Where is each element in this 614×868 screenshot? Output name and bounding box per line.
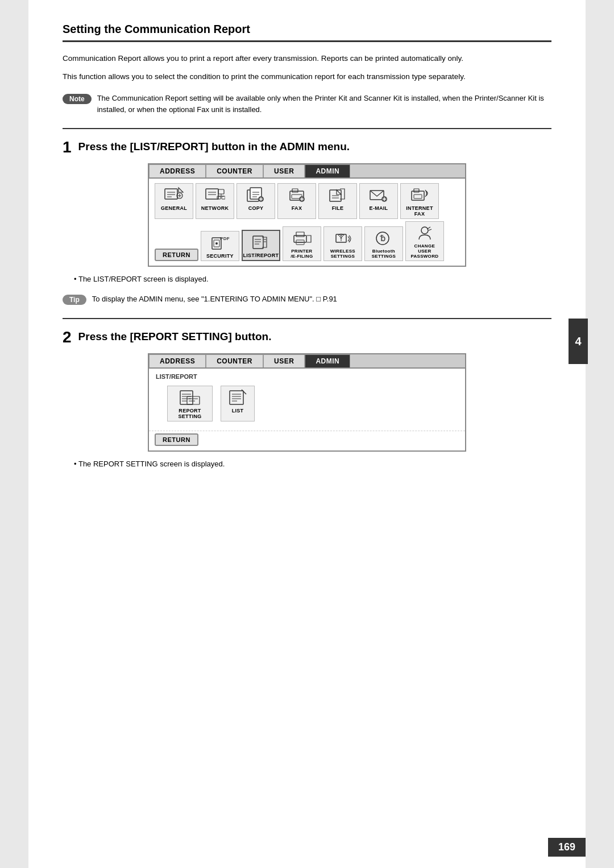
- svg-rect-7: [206, 189, 218, 199]
- list-report-icon: [250, 233, 272, 251]
- email-icon: [368, 186, 389, 204]
- report-setting-icon: [179, 388, 201, 407]
- page-number: 169: [548, 838, 586, 857]
- svg-point-59: [421, 227, 428, 234]
- screen2-sublabel: LIST/REPORT: [156, 373, 458, 380]
- return-btn-1[interactable]: RETURN: [155, 249, 198, 261]
- bluetooth-label: BluetoothSETTINGS: [372, 249, 396, 259]
- icon-list-report[interactable]: LIST/REPORT: [242, 230, 280, 261]
- icon-file[interactable]: FILE: [318, 183, 357, 219]
- screen1-mockup: ADDRESS COUNTER USER ADMIN: [148, 163, 466, 267]
- tip-text: To display the ADMIN menu, see "1.ENTERI…: [92, 294, 337, 305]
- file-label: FILE: [332, 205, 344, 211]
- svg-rect-51: [296, 232, 304, 237]
- copy-icon: [245, 186, 267, 204]
- svg-rect-44: [253, 236, 263, 249]
- icon-network[interactable]: NETWORK: [196, 183, 234, 219]
- tab2-counter[interactable]: COUNTER: [206, 354, 263, 367]
- network-icon: [204, 186, 226, 204]
- svg-point-55: [340, 237, 342, 239]
- svg-rect-67: [187, 396, 200, 404]
- svg-point-43: [215, 242, 218, 245]
- icon-report-setting[interactable]: REPORT SETTING: [167, 386, 213, 421]
- general-label: GENERAL: [161, 205, 187, 211]
- screen2-bottom: RETURN: [149, 431, 465, 450]
- list-icon: [227, 388, 248, 407]
- page-container: Setting the Communication Report Communi…: [28, 0, 586, 868]
- icon-email[interactable]: E-MAIL: [359, 183, 398, 219]
- screen2-icons: REPORT SETTING LIST: [156, 383, 458, 427]
- screen2-content: LIST/REPORT: [149, 369, 465, 431]
- tab2-admin[interactable]: ADMIN: [305, 354, 350, 367]
- icon-security[interactable]: PDF SECURITY: [201, 231, 239, 261]
- svg-rect-39: [414, 195, 422, 199]
- tab-address[interactable]: ADDRESS: [149, 164, 206, 177]
- list-label: LIST: [232, 408, 244, 414]
- security-icon: PDF: [209, 234, 231, 252]
- copy-label: COPY: [248, 205, 264, 211]
- step2-heading: 2 Press the [REPORT SETTING] button.: [63, 329, 551, 345]
- screen1-tabs: ADDRESS COUNTER USER ADMIN: [149, 164, 465, 179]
- tab2-address[interactable]: ADDRESS: [149, 354, 206, 367]
- svg-marker-30: [337, 190, 341, 195]
- intro-text-2: This function allows you to select the c…: [63, 71, 551, 83]
- side-tab: 4: [569, 319, 588, 364]
- note-badge: Note: [63, 94, 92, 104]
- svg-rect-62: [180, 391, 193, 404]
- list-report-label: LIST/REPORT: [243, 253, 279, 258]
- tip-box: Tip To display the ADMIN menu, see "1.EN…: [63, 294, 551, 305]
- note-box: Note The Communication Report setting wi…: [63, 93, 551, 115]
- return-btn-2[interactable]: RETURN: [155, 433, 198, 446]
- svg-rect-38: [414, 189, 419, 192]
- network-label: NETWORK: [201, 205, 229, 211]
- svg-line-61: [429, 229, 432, 230]
- step2-bullet: • The REPORT SETTING screen is displayed…: [74, 460, 551, 468]
- fax-label: FAX: [292, 205, 302, 211]
- icon-password[interactable]: CHANGE USERPASSWORD: [405, 221, 444, 261]
- note-text: The Communication Report setting will be…: [97, 93, 551, 115]
- tab-admin[interactable]: ADMIN: [305, 164, 350, 177]
- icon-fax[interactable]: FAX: [277, 183, 316, 219]
- intro-text-1: Communication Report allows you to print…: [63, 52, 551, 65]
- fax-icon: [286, 186, 308, 204]
- tip-badge: Tip: [63, 295, 86, 305]
- tab-user[interactable]: USER: [263, 164, 305, 177]
- screen2-mockup: ADDRESS COUNTER USER ADMIN LIST/REPORT: [148, 353, 466, 452]
- password-icon: [414, 224, 435, 242]
- icon-general[interactable]: GENERAL: [155, 183, 193, 219]
- divider-2: [63, 318, 551, 319]
- step1-bullet: • The LIST/REPORT screen is displayed.: [74, 275, 551, 283]
- printer-icon: [291, 229, 313, 247]
- step1-label: Press the [LIST/REPORT] button in the AD…: [78, 139, 350, 155]
- wireless-label: WIRELESSSETTINGS: [330, 249, 355, 259]
- file-icon: [327, 186, 349, 204]
- step1-num: 1: [63, 139, 72, 155]
- security-label: SECURITY: [206, 253, 234, 259]
- svg-rect-0: [165, 189, 177, 199]
- screen1-icons-row2: RETURN PDF SECURITY: [149, 221, 465, 266]
- bluetooth-icon: ␢: [373, 229, 395, 247]
- email-label: E-MAIL: [370, 205, 388, 211]
- password-label: CHANGE USERPASSWORD: [407, 243, 442, 259]
- icon-copy[interactable]: COPY: [237, 183, 275, 219]
- step2-num: 2: [63, 329, 72, 345]
- svg-text:␢: ␢: [380, 234, 385, 243]
- svg-rect-14: [222, 196, 225, 199]
- screen2-tabs: ADDRESS COUNTER USER ADMIN: [149, 354, 465, 369]
- divider-1: [63, 128, 551, 129]
- tab2-user[interactable]: USER: [263, 354, 305, 367]
- report-setting-label: REPORT SETTING: [169, 408, 211, 419]
- icon-printer[interactable]: PRINTER/E-FILING: [283, 226, 321, 261]
- icon-internet-fax[interactable]: INTERNET FAX: [400, 183, 439, 219]
- svg-rect-70: [230, 391, 243, 404]
- step1-heading: 1 Press the [LIST/REPORT] button in the …: [63, 139, 551, 155]
- svg-rect-10: [218, 189, 224, 194]
- tab-counter[interactable]: COUNTER: [206, 164, 263, 177]
- section-title: Setting the Communication Report: [63, 23, 551, 42]
- step2-label: Press the [REPORT SETTING] button.: [78, 329, 272, 345]
- icon-bluetooth[interactable]: ␢ BluetoothSETTINGS: [364, 226, 403, 261]
- icon-wireless[interactable]: WIRELESSSETTINGS: [323, 226, 362, 261]
- wireless-icon: [332, 229, 354, 247]
- icon-list[interactable]: LIST: [221, 386, 255, 421]
- printer-label: PRINTER/E-FILING: [291, 249, 313, 259]
